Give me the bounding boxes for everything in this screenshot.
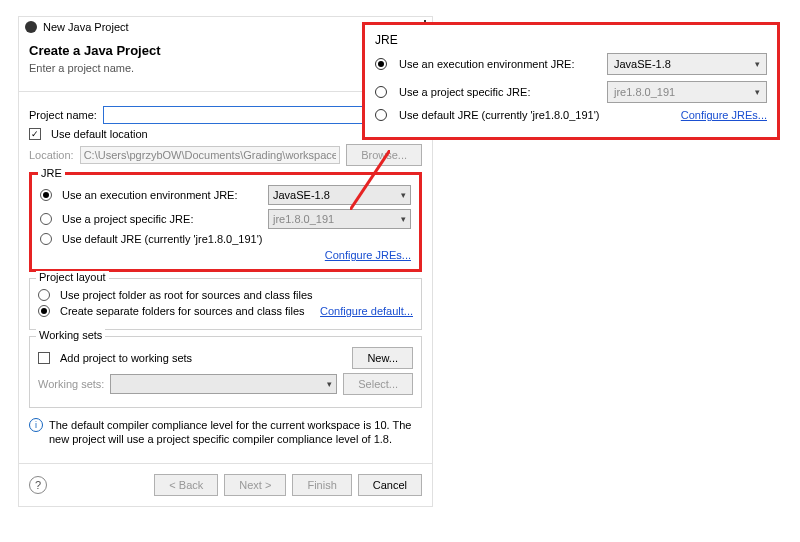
jre-project-specific-combo: jre1.8.0_191▾ (268, 209, 411, 229)
zoom-jre-exec-env-label: Use an execution environment JRE: (399, 58, 599, 70)
finish-button: Finish (292, 474, 351, 496)
info-text: The default compiler compliance level fo… (49, 418, 422, 447)
location-label: Location: (29, 149, 74, 161)
zoom-jre-exec-env-combo[interactable]: JavaSE-1.8▾ (607, 53, 767, 75)
jre-exec-env-label: Use an execution environment JRE: (62, 189, 262, 201)
jre-default-radio[interactable] (40, 233, 52, 245)
layout-single-folder-label: Use project folder as root for sources a… (60, 289, 313, 301)
jre-zoom-legend: JRE (375, 33, 767, 47)
project-name-label: Project name: (29, 109, 97, 121)
working-sets-label: Working sets: (38, 378, 104, 390)
select-working-sets-button: Select... (343, 373, 413, 395)
next-button: Next > (224, 474, 286, 496)
back-button: < Back (154, 474, 218, 496)
use-default-location-checkbox[interactable] (29, 128, 41, 140)
jre-zoom-callout: JRE Use an execution environment JRE: Ja… (362, 22, 780, 140)
add-to-working-sets-label: Add project to working sets (60, 352, 192, 364)
callout-connector (350, 150, 390, 210)
chevron-down-icon: ▾ (755, 87, 760, 97)
zoom-jre-default-radio[interactable] (375, 109, 387, 121)
info-icon: i (29, 418, 43, 432)
dialog-subheading: Enter a project name. (29, 62, 161, 74)
window-title: New Java Project (43, 21, 129, 33)
chevron-down-icon: ▾ (327, 379, 332, 389)
jre-default-label: Use default JRE (currently 'jre1.8.0_191… (62, 233, 262, 245)
use-default-location-label: Use default location (51, 128, 148, 140)
configure-jres-link[interactable]: Configure JREs... (325, 249, 411, 261)
location-input (80, 146, 340, 164)
jre-project-specific-label: Use a project specific JRE: (62, 213, 262, 225)
add-to-working-sets-checkbox[interactable] (38, 352, 50, 364)
chevron-down-icon: ▾ (401, 190, 406, 200)
layout-separate-folders-radio[interactable] (38, 305, 50, 317)
working-sets-legend: Working sets (36, 329, 105, 341)
zoom-jre-exec-env-radio[interactable] (375, 58, 387, 70)
new-working-set-button[interactable]: New... (352, 347, 413, 369)
cancel-button[interactable]: Cancel (358, 474, 422, 496)
jre-project-specific-radio[interactable] (40, 213, 52, 225)
zoom-jre-project-specific-radio[interactable] (375, 86, 387, 98)
layout-single-folder-radio[interactable] (38, 289, 50, 301)
jre-legend: JRE (38, 167, 65, 179)
project-layout-group: Project layout Use project folder as roo… (29, 278, 422, 330)
layout-separate-folders-label: Create separate folders for sources and … (60, 305, 305, 317)
chevron-down-icon: ▾ (755, 59, 760, 69)
working-sets-combo: ▾ (110, 374, 337, 394)
svg-line-0 (350, 150, 390, 210)
zoom-configure-jres-link[interactable]: Configure JREs... (681, 109, 767, 121)
zoom-jre-project-specific-combo: jre1.8.0_191▾ (607, 81, 767, 103)
dialog-heading: Create a Java Project (29, 43, 161, 58)
eclipse-icon (25, 21, 37, 33)
dialog-footer: ? < Back Next > Finish Cancel (19, 463, 432, 506)
zoom-jre-default-label: Use default JRE (currently 'jre1.8.0_191… (399, 109, 599, 121)
project-layout-legend: Project layout (36, 271, 109, 283)
zoom-jre-project-specific-label: Use a project specific JRE: (399, 86, 599, 98)
chevron-down-icon: ▾ (401, 214, 406, 224)
configure-default-link[interactable]: Configure default... (320, 305, 413, 317)
info-message: i The default compiler compliance level … (29, 418, 422, 447)
help-icon[interactable]: ? (29, 476, 47, 494)
working-sets-group: Working sets Add project to working sets… (29, 336, 422, 408)
jre-exec-env-radio[interactable] (40, 189, 52, 201)
